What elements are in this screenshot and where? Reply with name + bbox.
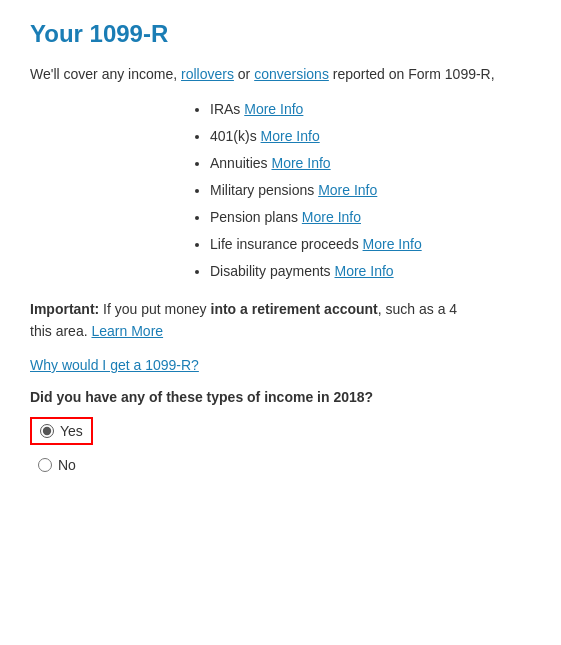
pension-plans-more-info-link[interactable]: More Info [302,209,361,225]
income-options: Yes No [30,417,531,477]
disability-more-info-link[interactable]: More Info [335,263,394,279]
rollovers-link[interactable]: rollovers [181,66,234,82]
important-note: Important: If you put money into a retir… [30,298,531,343]
income-question: Did you have any of these types of incom… [30,389,531,405]
annuities-more-info-link[interactable]: More Info [271,155,330,171]
intro-paragraph: We'll cover any income, rollovers or con… [30,64,531,85]
list-item: 401(k)s More Info [210,126,531,147]
yes-radio[interactable] [40,424,54,438]
learn-more-link[interactable]: Learn More [91,323,163,339]
no-label: No [58,457,76,473]
401k-more-info-link[interactable]: More Info [261,128,320,144]
yes-option[interactable]: Yes [30,417,93,445]
income-types-list: IRAs More Info 401(k)s More Info Annuiti… [210,99,531,282]
list-item: Annuities More Info [210,153,531,174]
page-title: Your 1099-R [30,20,531,48]
why-1099r-link[interactable]: Why would I get a 1099-R? [30,357,531,373]
life-insurance-more-info-link[interactable]: More Info [363,236,422,252]
list-item: Disability payments More Info [210,261,531,282]
yes-label: Yes [60,423,83,439]
list-item: Pension plans More Info [210,207,531,228]
no-radio[interactable] [38,458,52,472]
no-option[interactable]: No [38,457,76,473]
list-item: Military pensions More Info [210,180,531,201]
military-pensions-more-info-link[interactable]: More Info [318,182,377,198]
no-option-container: No [30,453,531,477]
iras-more-info-link[interactable]: More Info [244,101,303,117]
conversions-link[interactable]: conversions [254,66,329,82]
list-item: IRAs More Info [210,99,531,120]
list-item: Life insurance proceeds More Info [210,234,531,255]
